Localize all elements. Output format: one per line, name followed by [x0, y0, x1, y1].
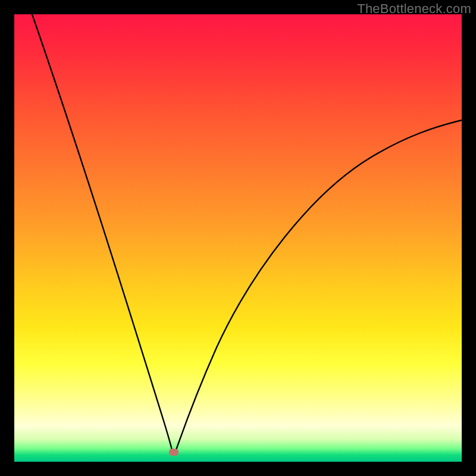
chart-plot-area — [14, 14, 462, 462]
curve-path — [32, 14, 462, 450]
bottleneck-curve — [14, 14, 462, 462]
optimal-point-marker — [169, 449, 178, 456]
watermark-text: TheBottleneck.com — [357, 1, 471, 17]
chart-frame: TheBottleneck.com — [0, 0, 476, 476]
